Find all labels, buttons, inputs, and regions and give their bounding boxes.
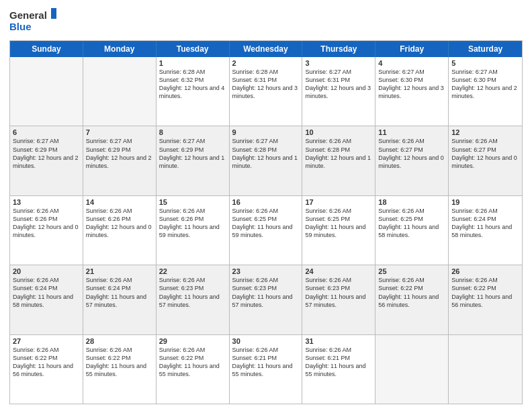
day-number: 24 — [305, 267, 372, 275]
calendar-header-cell: Wednesday — [230, 41, 303, 57]
svg-marker-2 — [51, 8, 56, 19]
calendar-cell: 15Sunrise: 6:26 AM Sunset: 6:26 PM Dayli… — [157, 196, 230, 265]
day-info: Sunrise: 6:26 AM Sunset: 6:23 PM Dayligh… — [159, 276, 226, 309]
calendar-row: 20Sunrise: 6:26 AM Sunset: 6:24 PM Dayli… — [10, 265, 522, 334]
day-number: 1 — [159, 59, 226, 67]
day-info: Sunrise: 6:26 AM Sunset: 6:22 PM Dayligh… — [159, 346, 226, 379]
day-number: 4 — [378, 59, 445, 67]
calendar-cell: 29Sunrise: 6:26 AM Sunset: 6:22 PM Dayli… — [157, 335, 230, 404]
calendar-row: 27Sunrise: 6:26 AM Sunset: 6:22 PM Dayli… — [10, 334, 522, 404]
calendar-cell: 2Sunrise: 6:28 AM Sunset: 6:31 PM Daylig… — [230, 57, 303, 126]
day-info: Sunrise: 6:26 AM Sunset: 6:22 PM Dayligh… — [86, 346, 153, 379]
calendar-cell: 16Sunrise: 6:26 AM Sunset: 6:25 PM Dayli… — [230, 196, 303, 265]
calendar-cell — [10, 57, 83, 126]
calendar-header-cell: Monday — [83, 41, 157, 57]
day-info: Sunrise: 6:26 AM Sunset: 6:23 PM Dayligh… — [305, 276, 372, 309]
day-number: 13 — [13, 198, 80, 206]
day-info: Sunrise: 6:27 AM Sunset: 6:28 PM Dayligh… — [232, 137, 300, 170]
calendar-cell: 12Sunrise: 6:26 AM Sunset: 6:27 PM Dayli… — [449, 126, 522, 195]
day-number: 31 — [305, 337, 372, 345]
calendar-cell: 25Sunrise: 6:26 AM Sunset: 6:22 PM Dayli… — [375, 265, 449, 334]
calendar-header-cell: Friday — [375, 41, 449, 57]
day-info: Sunrise: 6:26 AM Sunset: 6:21 PM Dayligh… — [305, 346, 372, 379]
day-number: 27 — [13, 337, 80, 345]
calendar-row: 1Sunrise: 6:28 AM Sunset: 6:32 PM Daylig… — [10, 57, 522, 126]
calendar-cell: 8Sunrise: 6:27 AM Sunset: 6:29 PM Daylig… — [157, 126, 230, 195]
day-info: Sunrise: 6:27 AM Sunset: 6:29 PM Dayligh… — [86, 137, 153, 170]
calendar-cell: 5Sunrise: 6:27 AM Sunset: 6:30 PM Daylig… — [449, 57, 522, 126]
calendar-cell: 27Sunrise: 6:26 AM Sunset: 6:22 PM Dayli… — [10, 335, 83, 404]
day-number: 15 — [159, 198, 226, 206]
calendar-cell: 3Sunrise: 6:27 AM Sunset: 6:31 PM Daylig… — [302, 57, 375, 126]
calendar-cell: 28Sunrise: 6:26 AM Sunset: 6:22 PM Dayli… — [83, 335, 157, 404]
day-number: 19 — [451, 198, 519, 206]
day-number: 8 — [159, 128, 226, 136]
calendar-cell: 10Sunrise: 6:26 AM Sunset: 6:28 PM Dayli… — [302, 126, 375, 195]
day-info: Sunrise: 6:26 AM Sunset: 6:25 PM Dayligh… — [232, 207, 300, 240]
day-number: 26 — [451, 267, 519, 275]
day-info: Sunrise: 6:27 AM Sunset: 6:29 PM Dayligh… — [159, 137, 226, 170]
day-number: 12 — [451, 128, 519, 136]
calendar-header-cell: Tuesday — [157, 41, 230, 57]
calendar-cell: 23Sunrise: 6:26 AM Sunset: 6:23 PM Dayli… — [230, 265, 303, 334]
day-info: Sunrise: 6:28 AM Sunset: 6:32 PM Dayligh… — [159, 68, 226, 101]
day-number: 14 — [86, 198, 153, 206]
day-info: Sunrise: 6:26 AM Sunset: 6:22 PM Dayligh… — [13, 346, 80, 379]
day-info: Sunrise: 6:28 AM Sunset: 6:31 PM Dayligh… — [232, 68, 300, 101]
day-info: Sunrise: 6:26 AM Sunset: 6:25 PM Dayligh… — [305, 207, 372, 240]
day-number: 6 — [13, 128, 80, 136]
calendar-cell — [83, 57, 157, 126]
day-number: 21 — [86, 267, 153, 275]
calendar-cell: 31Sunrise: 6:26 AM Sunset: 6:21 PM Dayli… — [302, 335, 375, 404]
day-info: Sunrise: 6:26 AM Sunset: 6:26 PM Dayligh… — [13, 207, 80, 240]
day-number: 11 — [378, 128, 445, 136]
calendar-row: 6Sunrise: 6:27 AM Sunset: 6:29 PM Daylig… — [10, 126, 522, 195]
svg-text:General: General — [9, 9, 47, 21]
day-info: Sunrise: 6:26 AM Sunset: 6:27 PM Dayligh… — [378, 137, 445, 170]
day-info: Sunrise: 6:26 AM Sunset: 6:26 PM Dayligh… — [159, 207, 226, 240]
day-number: 17 — [305, 198, 372, 206]
calendar-cell: 24Sunrise: 6:26 AM Sunset: 6:23 PM Dayli… — [302, 265, 375, 334]
day-number: 18 — [378, 198, 445, 206]
calendar-cell: 22Sunrise: 6:26 AM Sunset: 6:23 PM Dayli… — [157, 265, 230, 334]
day-number: 30 — [232, 337, 300, 345]
day-number: 29 — [159, 337, 226, 345]
calendar-row: 13Sunrise: 6:26 AM Sunset: 6:26 PM Dayli… — [10, 195, 522, 265]
day-number: 9 — [232, 128, 300, 136]
calendar-cell: 26Sunrise: 6:26 AM Sunset: 6:22 PM Dayli… — [449, 265, 522, 334]
day-number: 2 — [232, 59, 300, 67]
day-number: 25 — [378, 267, 445, 275]
calendar-cell: 1Sunrise: 6:28 AM Sunset: 6:32 PM Daylig… — [157, 57, 230, 126]
page: General Blue SundayMondayTuesdayWednesda… — [0, 0, 532, 411]
day-number: 7 — [86, 128, 153, 136]
calendar-cell: 18Sunrise: 6:26 AM Sunset: 6:25 PM Dayli… — [375, 196, 449, 265]
day-number: 3 — [305, 59, 372, 67]
calendar-header-cell: Thursday — [302, 41, 375, 57]
day-number: 20 — [13, 267, 80, 275]
calendar-cell — [449, 335, 522, 404]
day-number: 23 — [232, 267, 300, 275]
logo: General Blue — [9, 7, 56, 35]
day-info: Sunrise: 6:27 AM Sunset: 6:30 PM Dayligh… — [451, 68, 519, 101]
day-info: Sunrise: 6:26 AM Sunset: 6:27 PM Dayligh… — [451, 137, 519, 170]
calendar-cell: 6Sunrise: 6:27 AM Sunset: 6:29 PM Daylig… — [10, 126, 83, 195]
day-info: Sunrise: 6:26 AM Sunset: 6:22 PM Dayligh… — [378, 276, 445, 309]
calendar-cell: 17Sunrise: 6:26 AM Sunset: 6:25 PM Dayli… — [302, 196, 375, 265]
calendar-cell: 11Sunrise: 6:26 AM Sunset: 6:27 PM Dayli… — [375, 126, 449, 195]
calendar-cell: 7Sunrise: 6:27 AM Sunset: 6:29 PM Daylig… — [83, 126, 157, 195]
calendar-cell: 9Sunrise: 6:27 AM Sunset: 6:28 PM Daylig… — [230, 126, 303, 195]
day-info: Sunrise: 6:27 AM Sunset: 6:29 PM Dayligh… — [13, 137, 80, 170]
day-number: 22 — [159, 267, 226, 275]
header: General Blue — [9, 7, 523, 35]
calendar-cell: 21Sunrise: 6:26 AM Sunset: 6:24 PM Dayli… — [83, 265, 157, 334]
day-info: Sunrise: 6:26 AM Sunset: 6:24 PM Dayligh… — [13, 276, 80, 309]
day-info: Sunrise: 6:26 AM Sunset: 6:21 PM Dayligh… — [232, 346, 300, 379]
svg-text:Blue: Blue — [9, 21, 32, 32]
calendar-header-cell: Sunday — [10, 41, 83, 57]
calendar-cell: 19Sunrise: 6:26 AM Sunset: 6:24 PM Dayli… — [449, 196, 522, 265]
day-info: Sunrise: 6:26 AM Sunset: 6:24 PM Dayligh… — [86, 276, 153, 309]
day-number: 5 — [451, 59, 519, 67]
day-info: Sunrise: 6:26 AM Sunset: 6:25 PM Dayligh… — [378, 207, 445, 240]
calendar-body: 1Sunrise: 6:28 AM Sunset: 6:32 PM Daylig… — [10, 57, 522, 404]
calendar-cell: 13Sunrise: 6:26 AM Sunset: 6:26 PM Dayli… — [10, 196, 83, 265]
